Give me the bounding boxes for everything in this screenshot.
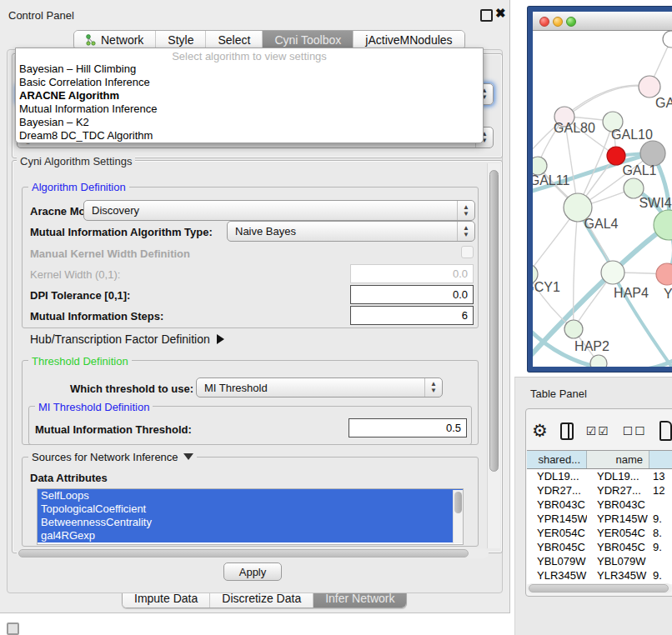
attribute-list-item-selected[interactable]: SelfLoops — [38, 489, 463, 502]
table-row[interactable]: YDL19...YDL19...13 — [527, 469, 672, 483]
zoom-traffic-light-icon[interactable] — [566, 17, 576, 27]
tab-label: Select — [218, 33, 250, 47]
node-label: GAL80 — [554, 121, 595, 135]
close-icon[interactable]: ✖ — [495, 6, 506, 21]
algorithm-option[interactable]: ARACNE Algorithm — [16, 89, 483, 102]
node-label: HAP2 — [574, 339, 609, 353]
mi-algorithm-type-combobox[interactable]: Naive Bayes ▲▼ — [227, 221, 475, 242]
tab-label: Network — [101, 33, 143, 47]
table-cell: YBR045C — [527, 540, 587, 554]
table-cell: 9. — [649, 568, 672, 582]
network-node[interactable] — [590, 355, 607, 367]
float-window-icon[interactable] — [480, 9, 493, 22]
column-header[interactable]: shared... — [527, 451, 587, 468]
minimize-traffic-light-icon[interactable] — [553, 17, 563, 27]
combo-stepper-icon: ▲▼ — [457, 201, 474, 220]
node-label: HAP4 — [614, 286, 649, 300]
attribute-list-item-selected[interactable]: BetweennessCentrality — [38, 516, 463, 529]
mi-threshold-label: Mutual Information Threshold: — [35, 423, 192, 436]
network-view-window: GALGAL80GAL10GAL1GAL11GAL4SWI4GCY1HAP4YH… — [528, 7, 672, 372]
table-cell: 13 — [649, 469, 672, 483]
network-node-gal[interactable] — [639, 76, 660, 98]
attribute-list-item-selected[interactable]: gal4RGexp — [38, 529, 463, 542]
gear-icon[interactable]: ⚙ — [532, 422, 548, 439]
which-threshold-combobox[interactable]: MI Threshold ▲▼ — [196, 378, 443, 398]
algorithm-option[interactable]: Dream8 DC_TDC Algorithm — [16, 129, 483, 142]
table-toolbar: ⚙ ☑☑ ☐☐ — [532, 415, 672, 447]
kernel-width-field[interactable]: 0.0 — [350, 264, 474, 283]
algorithm-option[interactable]: Bayesian – Hill Climbing — [16, 62, 483, 76]
network-node[interactable] — [607, 147, 625, 165]
attribute-list-item-selected[interactable]: TopologicalCoefficient — [38, 502, 463, 516]
tab-select[interactable]: Select — [206, 31, 263, 49]
node-table: shared...nameA YDL19...YDL19...13YDR27..… — [527, 450, 672, 584]
attribute-list-scrollbar[interactable] — [453, 490, 463, 543]
dropdown-prompt: Select algorithm to view settings — [16, 50, 483, 62]
tab-label: Style — [168, 33, 193, 47]
dpi-tolerance-field[interactable]: 0.0 — [350, 285, 474, 304]
combo-stepper-icon: ▲▼ — [424, 378, 442, 397]
table-row[interactable]: YBL079WYBL079W — [527, 554, 672, 568]
column-header[interactable]: name — [587, 451, 649, 468]
mi-steps-field[interactable]: 6 — [350, 306, 474, 325]
tab-style[interactable]: Style — [156, 31, 206, 49]
sources-group-title[interactable]: Sources for Network Inference — [28, 451, 197, 463]
table-row[interactable]: YPR145WYPR145W9. — [527, 512, 672, 526]
table-row[interactable]: YBR045CYBR045C9. — [527, 540, 672, 554]
mi-threshold-field[interactable]: 0.5 — [349, 418, 467, 438]
node-label: GAL10 — [611, 128, 653, 142]
table-row[interactable]: YDR27...YDR27...12 — [527, 483, 672, 498]
deselect-all-checkboxes-icon[interactable]: ☐☐ — [623, 424, 647, 438]
tab-jactivemnodules[interactable]: jActiveMNodules — [354, 31, 464, 49]
aracne-mode-combobox[interactable]: Discovery ▲▼ — [83, 200, 475, 221]
tab-label: Infer Network — [325, 592, 394, 605]
table-cell: YDL19... — [527, 469, 587, 483]
apply-button[interactable]: Apply — [223, 562, 282, 581]
algorithm-dropdown-popup: Select algorithm to view settings Bayesi… — [15, 48, 484, 143]
table-row[interactable]: YER054CYER054C8. — [527, 526, 672, 540]
table-cell — [649, 498, 672, 512]
algorithm-option[interactable]: Basic Correlation Inference — [16, 76, 483, 89]
algorithm-option[interactable]: Mutual Information Inference — [16, 102, 483, 116]
select-all-checkboxes-icon[interactable]: ☑☑ — [586, 424, 610, 438]
manual-kernel-width-checkbox[interactable] — [461, 246, 474, 258]
node-label: SWI4 — [639, 196, 671, 210]
table-panel-title: Table Panel — [530, 388, 587, 400]
network-node[interactable] — [663, 31, 672, 48]
collapsed-panel-icon[interactable] — [7, 622, 19, 635]
new-table-icon[interactable] — [659, 421, 672, 441]
tab-network[interactable]: Network — [74, 31, 156, 49]
node-label: GAL1 — [623, 163, 657, 178]
network-node-hap2[interactable] — [564, 320, 583, 338]
collapse-down-icon — [183, 453, 193, 460]
table-cell: YBR043C — [587, 498, 649, 512]
network-node[interactable] — [640, 141, 665, 166]
table-row[interactable]: YBR043CYBR043C — [527, 498, 672, 512]
network-node-y[interactable] — [656, 263, 672, 285]
algorithm-definition-title: Algorithm Definition — [28, 181, 129, 193]
table-row[interactable]: YLR345WYLR345W9. — [527, 568, 672, 582]
control-panel-title: Control Panel — [8, 9, 74, 22]
threshold-definition-title: Threshold Definition — [28, 355, 132, 368]
data-attributes-label: Data Attributes — [30, 472, 108, 484]
table-horizontal-scrollbar[interactable] — [527, 583, 672, 593]
columns-icon[interactable] — [560, 422, 574, 440]
close-traffic-light-icon[interactable] — [539, 17, 549, 27]
expand-right-icon — [217, 334, 224, 344]
network-node-hap4[interactable] — [601, 261, 624, 284]
network-canvas[interactable]: GALGAL80GAL10GAL1GAL11GAL4SWI4GCY1HAP4YH… — [533, 31, 672, 367]
settings-horizontal-scrollbar[interactable] — [17, 548, 489, 558]
network-node-gal11[interactable] — [533, 157, 547, 175]
tab-cyni-toolbox[interactable]: Cyni Toolbox — [263, 31, 354, 49]
hub-definition-expander[interactable]: Hub/Transcription Factor Definition — [30, 332, 224, 346]
column-header[interactable]: A — [649, 451, 672, 468]
table-cell: YER054C — [587, 526, 649, 540]
mi-threshold-definition-title: MI Threshold Definition — [35, 401, 153, 413]
tab-label: Discretize Data — [222, 592, 301, 605]
network-window-titlebar[interactable] — [533, 12, 672, 31]
table-cell: YDL19... — [587, 469, 649, 483]
algorithm-option[interactable]: Bayesian – K2 — [16, 116, 483, 129]
settings-group-title: Cyni Algorithm Settings — [17, 155, 135, 168]
data-attributes-list[interactable]: SelfLoopsTopologicalCoefficientBetweenne… — [37, 488, 464, 545]
settings-vertical-scrollbar[interactable] — [487, 163, 500, 548]
